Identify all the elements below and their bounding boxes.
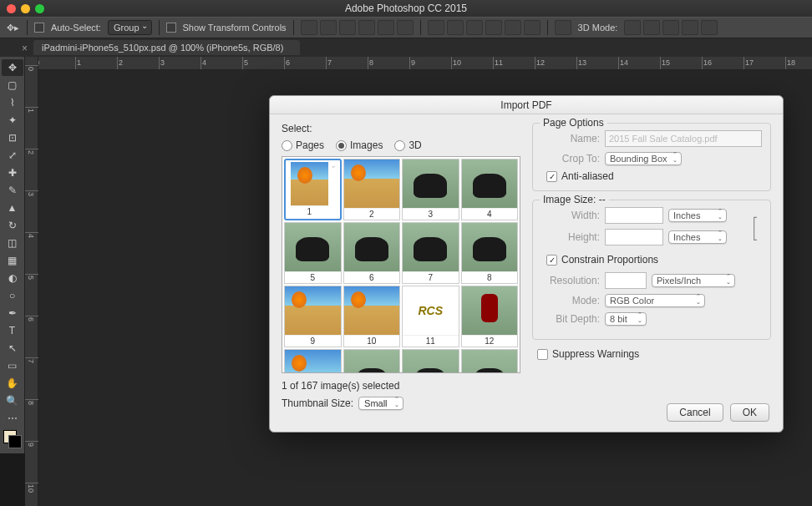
background-color[interactable] — [8, 435, 22, 448]
align-icon[interactable] — [301, 20, 317, 35]
radio-images-label: Images — [350, 139, 383, 151]
antialiased-checkbox[interactable] — [546, 171, 557, 182]
radio-images[interactable]: Images — [336, 139, 383, 151]
color-swatches[interactable] — [3, 430, 22, 448]
dodge-tool[interactable]: ○ — [2, 287, 23, 304]
thumbnail-item[interactable] — [402, 349, 459, 373]
align-icon[interactable] — [358, 20, 375, 35]
radio-3d[interactable]: 3D — [394, 139, 421, 151]
thumbnail-item[interactable]: 5 — [284, 222, 342, 284]
brush-tool[interactable]: ✎ — [2, 182, 23, 199]
divider — [547, 20, 548, 35]
thumbnail-item[interactable]: 1 — [284, 159, 342, 220]
distribute-icon[interactable] — [466, 20, 483, 35]
divider — [27, 20, 28, 35]
close-tab-icon[interactable]: × — [22, 43, 28, 54]
autoselect-checkbox[interactable] — [34, 23, 44, 33]
showtransform-checkbox[interactable] — [166, 23, 176, 33]
crop-select[interactable]: Bounding Box — [605, 152, 682, 165]
move-tool-icon[interactable]: ✥▸ — [5, 20, 20, 35]
autoselect-dropdown[interactable]: Group — [108, 20, 152, 35]
3d-icon[interactable] — [643, 20, 660, 35]
thumbnail-item[interactable]: 7 — [402, 222, 459, 284]
3d-icon[interactable] — [662, 20, 679, 35]
name-field[interactable] — [605, 130, 762, 147]
radio-pages[interactable]: Pages — [282, 139, 324, 151]
thumbnail-grid[interactable]: 12345678910RCS1112 — [282, 156, 520, 373]
marquee-tool[interactable]: ▢ — [2, 77, 23, 94]
thumbnail-item[interactable] — [284, 349, 342, 373]
radio-pages-label: Pages — [296, 139, 324, 151]
3d-icon[interactable] — [682, 20, 698, 35]
distribute-icon[interactable] — [485, 20, 502, 35]
align-icon[interactable] — [378, 20, 394, 35]
thumbnail-item[interactable]: 12 — [461, 286, 519, 347]
height-field[interactable] — [605, 229, 663, 245]
hand-tool[interactable]: ✋ — [2, 375, 23, 392]
stamp-tool[interactable]: ▲ — [2, 200, 23, 216]
thumbnail-number: 5 — [285, 271, 341, 283]
shape-tool[interactable]: ▭ — [2, 357, 23, 374]
thumbnail-item[interactable]: 6 — [343, 222, 401, 284]
width-label: Width: — [541, 210, 600, 221]
width-field[interactable] — [605, 207, 663, 224]
align-icon[interactable] — [397, 20, 414, 35]
import-pdf-dialog: Import PDF Select: Pages Images 3D 12345… — [269, 95, 784, 433]
history-brush-tool[interactable]: ↻ — [2, 217, 23, 234]
thumbnail-item[interactable]: 2 — [343, 159, 401, 220]
auto-align-icon[interactable] — [555, 20, 571, 35]
height-unit-select[interactable]: Inches — [668, 230, 727, 244]
resolution-field[interactable] — [605, 272, 647, 289]
constrain-checkbox[interactable] — [546, 255, 557, 266]
eyedropper-tool[interactable]: ⤢ — [2, 147, 23, 164]
thumbnail-item[interactable]: RCS11 — [402, 286, 459, 347]
thumbnail-item[interactable]: 10 — [343, 286, 401, 347]
align-icon[interactable] — [320, 20, 337, 35]
resolution-label: Resolution: — [541, 275, 600, 286]
move-tool[interactable]: ✥ — [2, 59, 23, 76]
blur-tool[interactable]: ◐ — [2, 270, 23, 286]
distribute-icon[interactable] — [524, 20, 540, 35]
thumbnail-number: 1 — [291, 205, 328, 217]
thumbnail-item[interactable]: 3 — [402, 159, 459, 220]
thumbnail-item[interactable]: 8 — [461, 222, 519, 284]
document-tab[interactable]: × iPadmini-iPhone5s_510px.psd @ 100% (iP… — [33, 40, 300, 55]
suppress-checkbox[interactable] — [537, 349, 548, 360]
thumbsize-select[interactable]: Small — [358, 397, 403, 410]
pen-tool[interactable]: ✒ — [2, 305, 23, 321]
page-options-legend: Page Options — [540, 117, 607, 129]
thumbnail-number: 2 — [344, 208, 400, 220]
ruler-vertical[interactable]: 012345678910 — [25, 57, 38, 506]
link-icon[interactable]: ⎡⎣ — [749, 217, 762, 240]
align-icon[interactable] — [339, 20, 356, 35]
misc-tool[interactable]: ⋯ — [2, 410, 23, 427]
3d-icon[interactable] — [701, 20, 718, 35]
resolution-unit-select[interactable]: Pixels/Inch — [652, 274, 735, 287]
autoselect-label: Auto-Select: — [51, 23, 101, 33]
width-unit-select[interactable]: Inches — [668, 209, 727, 222]
crop-tool[interactable]: ⊡ — [2, 129, 23, 146]
type-tool[interactable]: T — [2, 322, 23, 339]
thumbnail-item[interactable]: 4 — [461, 159, 519, 220]
distribute-icon[interactable] — [505, 20, 521, 35]
constrain-label: Constrain Proportions — [561, 254, 658, 266]
gradient-tool[interactable]: ▦ — [2, 252, 23, 269]
path-tool[interactable]: ↖ — [2, 340, 23, 357]
heal-tool[interactable]: ✚ — [2, 164, 23, 181]
3d-icon[interactable] — [624, 20, 641, 35]
zoom-tool[interactable]: 🔍 — [2, 392, 23, 409]
bitdepth-select[interactable]: 8 bit — [605, 312, 647, 326]
wand-tool[interactable]: ✦ — [2, 112, 23, 129]
lasso-tool[interactable]: ⌇ — [2, 94, 23, 111]
cancel-button[interactable]: Cancel — [667, 403, 723, 422]
antialiased-label: Anti-aliased — [561, 170, 614, 182]
thumbnail-item[interactable] — [343, 349, 401, 373]
distribute-icon[interactable] — [447, 20, 464, 35]
distribute-icon[interactable] — [428, 20, 444, 35]
eraser-tool[interactable]: ◫ — [2, 235, 23, 251]
mode-select[interactable]: RGB Color — [605, 294, 705, 307]
thumbnail-item[interactable] — [461, 349, 519, 373]
ok-button[interactable]: OK — [730, 403, 769, 422]
thumbnail-item[interactable]: 9 — [284, 286, 342, 347]
ruler-horizontal[interactable]: 0123456789101112131415161718 — [25, 57, 812, 70]
